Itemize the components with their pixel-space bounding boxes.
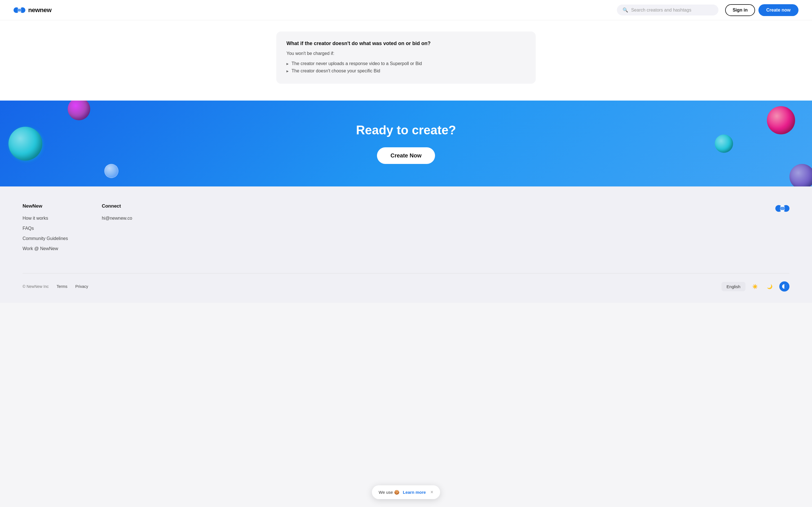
- faq-list: The creator never uploads a response vid…: [287, 60, 525, 75]
- footer: NewNew How it works FAQs Community Guide…: [0, 186, 812, 303]
- faq-item-2: The creator doesn't choose your specific…: [287, 67, 525, 75]
- footer-bottom: © NewNew Inc Terms Privacy English ☀️ 🌙: [22, 273, 790, 291]
- theme-light-button[interactable]: ☀️: [750, 281, 760, 291]
- sphere-pink-right: [767, 106, 795, 134]
- logo-icon: [13, 6, 26, 14]
- footer-col1-title: NewNew: [22, 203, 68, 209]
- create-nav-button[interactable]: Create now: [758, 4, 799, 16]
- sphere-teal-right: [715, 134, 733, 153]
- logo-link[interactable]: newnew: [13, 6, 52, 14]
- footer-link-work[interactable]: Work @ NewNew: [22, 246, 68, 251]
- navbar: newnew 🔍 Sign in Create now: [0, 0, 812, 20]
- faq-section: What if the creator doesn't do what was …: [0, 20, 812, 101]
- search-bar: 🔍: [617, 4, 718, 15]
- theme-dark-button[interactable]: 🌙: [765, 281, 775, 291]
- logo-text: newnew: [28, 6, 52, 14]
- footer-bottom-right: English ☀️ 🌙: [721, 281, 790, 291]
- footer-link-how-it-works[interactable]: How it works: [22, 216, 68, 221]
- faq-card: What if the creator doesn't do what was …: [276, 32, 536, 83]
- cta-banner: Ready to create? Create Now: [0, 101, 812, 186]
- footer-terms-link[interactable]: Terms: [57, 284, 67, 289]
- footer-left: NewNew How it works FAQs Community Guide…: [22, 203, 132, 256]
- footer-link-community[interactable]: Community Guidelines: [22, 236, 68, 241]
- footer-col-newnew: NewNew How it works FAQs Community Guide…: [22, 203, 68, 256]
- footer-logo-icon: [775, 203, 790, 214]
- footer-copyright: © NewNew Inc: [22, 284, 49, 289]
- sphere-teal-left: [8, 127, 42, 161]
- faq-question: What if the creator doesn't do what was …: [287, 41, 525, 47]
- create-now-button[interactable]: Create Now: [377, 147, 435, 164]
- faq-subtext: You won't be charged if:: [287, 51, 525, 56]
- cta-title: Ready to create?: [356, 123, 456, 137]
- footer-col2-title: Connect: [102, 203, 132, 209]
- sphere-purple-top: [68, 101, 90, 120]
- footer-col-connect: Connect hi@newnew.co: [102, 203, 132, 256]
- sphere-wire-right: [790, 164, 812, 186]
- signin-button[interactable]: Sign in: [725, 4, 755, 16]
- footer-logo: [775, 203, 790, 215]
- search-input[interactable]: [631, 8, 713, 13]
- language-button[interactable]: English: [721, 282, 746, 291]
- faq-item-1: The creator never uploads a response vid…: [287, 60, 525, 67]
- footer-link-email[interactable]: hi@newnew.co: [102, 216, 132, 221]
- footer-top: NewNew How it works FAQs Community Guide…: [22, 203, 790, 256]
- footer-privacy-link[interactable]: Privacy: [75, 284, 88, 289]
- search-icon: 🔍: [622, 7, 628, 13]
- main-content: What if the creator doesn't do what was …: [0, 0, 812, 303]
- theme-system-button[interactable]: [779, 281, 790, 291]
- footer-link-faqs[interactable]: FAQs: [22, 226, 68, 231]
- sphere-bubble: [104, 164, 118, 178]
- footer-bottom-left: © NewNew Inc Terms Privacy: [22, 284, 88, 289]
